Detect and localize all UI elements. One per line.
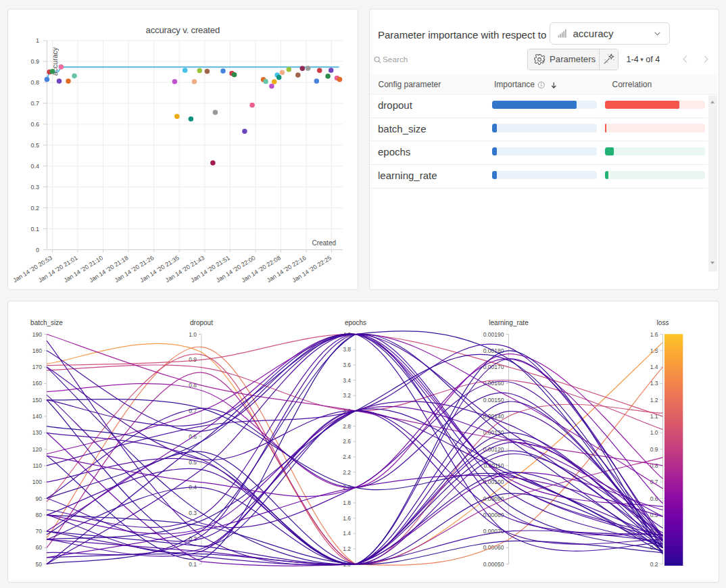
svg-text:0.1: 0.1 [30, 225, 39, 232]
svg-text:0.3: 0.3 [189, 510, 197, 516]
svg-text:170: 170 [32, 364, 42, 370]
svg-text:1.6: 1.6 [650, 331, 658, 338]
svg-text:0.9: 0.9 [30, 58, 39, 65]
svg-text:Created: Created [312, 239, 336, 246]
svg-text:150: 150 [32, 397, 42, 403]
svg-text:1.4: 1.4 [343, 530, 351, 537]
svg-text:1.2: 1.2 [650, 397, 658, 403]
svg-text:0.1: 0.1 [189, 561, 197, 568]
svg-text:1.2: 1.2 [343, 545, 351, 552]
svg-text:50: 50 [36, 561, 43, 568]
svg-text:epochs: epochs [345, 319, 366, 326]
svg-text:0.7: 0.7 [30, 100, 39, 107]
svg-text:0.2: 0.2 [650, 561, 658, 568]
svg-text:1.6: 1.6 [343, 515, 351, 522]
svg-text:0.6: 0.6 [650, 495, 658, 502]
svg-text:3.6: 3.6 [343, 362, 351, 368]
svg-text:160: 160 [32, 380, 42, 387]
svg-text:60: 60 [36, 544, 43, 551]
svg-text:batch_size: batch_size [30, 319, 63, 326]
svg-text:2.6: 2.6 [343, 438, 351, 445]
svg-text:0.00050: 0.00050 [483, 561, 504, 568]
svg-text:1.4: 1.4 [650, 364, 658, 370]
svg-text:0.3: 0.3 [30, 183, 39, 190]
svg-text:loss: loss [657, 319, 669, 326]
svg-text:180: 180 [32, 347, 42, 354]
svg-text:190: 190 [32, 331, 42, 338]
svg-text:3.4: 3.4 [343, 377, 351, 384]
svg-text:120: 120 [32, 446, 42, 453]
svg-text:0.5: 0.5 [30, 141, 39, 148]
svg-text:80: 80 [36, 512, 43, 518]
svg-text:0.2: 0.2 [30, 204, 39, 211]
svg-text:0.9: 0.9 [189, 356, 197, 363]
svg-text:1.0: 1.0 [189, 331, 197, 338]
svg-text:accuracy v. created: accuracy v. created [146, 24, 220, 34]
svg-text:2.2: 2.2 [343, 469, 351, 476]
svg-text:90: 90 [36, 495, 43, 502]
svg-text:70: 70 [36, 528, 43, 535]
svg-text:0.8: 0.8 [30, 79, 39, 86]
svg-text:2.4: 2.4 [343, 454, 351, 460]
svg-text:0.4: 0.4 [30, 162, 39, 169]
svg-text:1.8: 1.8 [343, 499, 351, 506]
svg-text:100: 100 [32, 479, 42, 485]
svg-text:2.8: 2.8 [343, 423, 351, 430]
svg-text:0: 0 [36, 246, 39, 253]
svg-text:110: 110 [32, 462, 42, 469]
svg-text:140: 140 [32, 413, 42, 420]
svg-text:0.00190: 0.00190 [483, 331, 504, 338]
svg-text:0.7: 0.7 [650, 479, 658, 485]
svg-text:3.8: 3.8 [343, 346, 351, 353]
svg-text:130: 130 [32, 429, 42, 436]
svg-text:dropout: dropout [190, 319, 213, 326]
svg-text:0.00150: 0.00150 [483, 397, 504, 403]
svg-text:1: 1 [36, 37, 39, 44]
svg-text:1.0: 1.0 [650, 429, 658, 436]
svg-text:learning_rate: learning_rate [489, 319, 529, 326]
svg-text:3.2: 3.2 [343, 392, 351, 399]
svg-text:0.6: 0.6 [30, 121, 39, 128]
svg-text:1.1: 1.1 [650, 413, 658, 420]
svg-text:0.9: 0.9 [650, 446, 658, 453]
